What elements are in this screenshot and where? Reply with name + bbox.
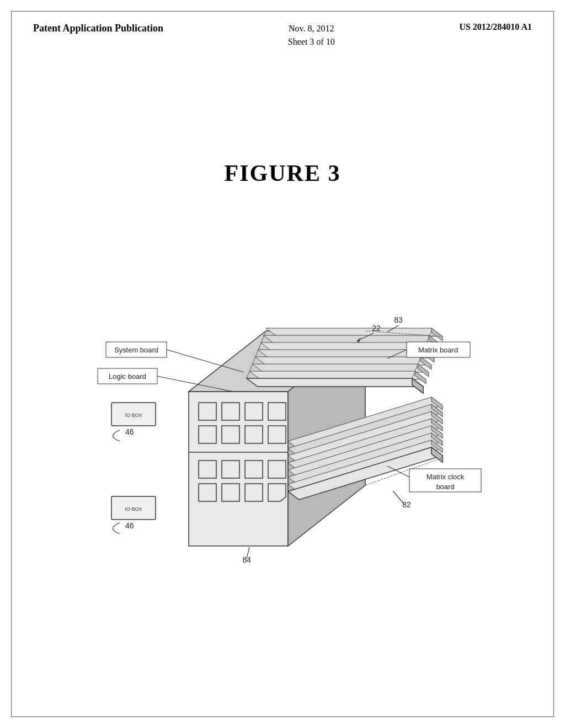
figure-title: FIGURE 3 bbox=[0, 160, 565, 186]
figure-3-diagram: IO BOX IO BOX System board Logic board M… bbox=[56, 221, 509, 596]
sheet-label: Sheet 3 of 10 bbox=[288, 37, 335, 46]
svg-text:46: 46 bbox=[125, 427, 134, 436]
svg-line-78 bbox=[393, 491, 404, 504]
svg-text:board: board bbox=[436, 483, 454, 491]
page-header: Patent Application Publication Nov. 8, 2… bbox=[22, 17, 543, 54]
svg-text:System board: System board bbox=[114, 346, 158, 354]
svg-text:82: 82 bbox=[402, 500, 411, 509]
svg-text:83: 83 bbox=[394, 315, 403, 324]
svg-text:Logic board: Logic board bbox=[109, 372, 146, 381]
svg-marker-33 bbox=[247, 378, 423, 387]
svg-text:Matrix board: Matrix board bbox=[418, 346, 458, 354]
date-sheet-label: Nov. 8, 2012 Sheet 3 of 10 bbox=[288, 22, 335, 49]
svg-text:IO BOX: IO BOX bbox=[125, 506, 142, 512]
svg-text:Matrix clock: Matrix clock bbox=[427, 473, 465, 481]
svg-marker-0 bbox=[189, 392, 288, 546]
svg-text:84: 84 bbox=[242, 555, 251, 564]
svg-text:46: 46 bbox=[125, 521, 134, 530]
publication-label: Patent Application Publication bbox=[33, 22, 163, 35]
svg-text:IO BOX: IO BOX bbox=[125, 413, 142, 418]
date-label: Nov. 8, 2012 bbox=[289, 24, 334, 33]
diagram-container: IO BOX IO BOX System board Logic board M… bbox=[33, 199, 532, 618]
patent-number-label: US 2012/284010 A1 bbox=[459, 22, 532, 32]
svg-text:22: 22 bbox=[372, 324, 381, 333]
